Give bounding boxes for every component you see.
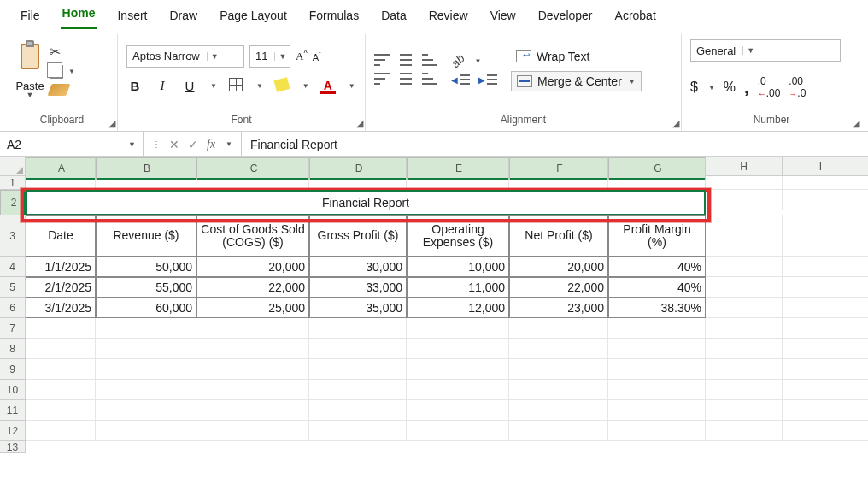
align-bottom-button[interactable] xyxy=(422,54,437,66)
cell[interactable] xyxy=(509,318,608,339)
fx-dropdown-icon[interactable]: ▼ xyxy=(226,140,232,148)
cut-icon[interactable]: ✂ xyxy=(50,44,61,60)
cell[interactable] xyxy=(783,318,859,339)
row-header[interactable]: 5 xyxy=(0,277,26,298)
accounting-dropdown-icon[interactable]: ▼ xyxy=(708,84,715,91)
cell[interactable] xyxy=(783,380,859,400)
font-name-select[interactable]: Aptos Narrow▼ xyxy=(126,45,244,68)
cell[interactable] xyxy=(407,421,509,441)
row-header[interactable]: 4 xyxy=(0,257,26,277)
tab-file[interactable]: File xyxy=(19,5,42,29)
wrap-text-button[interactable]: Wrap Text xyxy=(511,47,642,66)
row-header[interactable]: 13 xyxy=(0,441,26,453)
table-cell[interactable]: 12,000 xyxy=(407,298,509,318)
cell[interactable] xyxy=(706,400,783,421)
bold-button[interactable]: B xyxy=(126,79,144,93)
increase-indent-button[interactable]: ▶ xyxy=(478,74,497,85)
cell[interactable] xyxy=(309,421,407,441)
table-cell[interactable]: 20,000 xyxy=(509,257,608,277)
underline-dropdown-icon[interactable]: ▼ xyxy=(210,82,217,90)
cell[interactable] xyxy=(509,400,608,421)
table-cell[interactable]: 33,000 xyxy=(309,277,407,298)
row-header[interactable]: 7 xyxy=(0,318,26,339)
cell[interactable] xyxy=(96,421,196,441)
cell[interactable] xyxy=(783,359,859,380)
align-right-button[interactable] xyxy=(422,73,437,85)
tab-page-layout[interactable]: Page Layout xyxy=(218,5,289,29)
cell[interactable] xyxy=(859,421,868,441)
cell[interactable] xyxy=(859,257,868,277)
table-header-cell[interactable]: Date xyxy=(26,215,96,257)
cell[interactable] xyxy=(783,257,859,277)
column-header[interactable]: H xyxy=(706,157,783,176)
cell[interactable] xyxy=(859,176,868,190)
table-header-cell[interactable]: Profit Margin (%) xyxy=(608,215,706,257)
cell[interactable] xyxy=(96,380,196,400)
italic-button[interactable]: I xyxy=(154,79,171,93)
cell[interactable] xyxy=(608,380,706,400)
table-cell[interactable]: 11,000 xyxy=(407,277,509,298)
row-header[interactable]: 8 xyxy=(0,339,26,359)
column-header[interactable]: A xyxy=(26,157,96,180)
cell[interactable] xyxy=(196,380,309,400)
fill-color-dropdown-icon[interactable]: ▼ xyxy=(302,82,309,90)
cell[interactable] xyxy=(783,277,859,298)
table-header-cell[interactable]: Gross Profit ($) xyxy=(309,215,407,257)
tab-developer[interactable]: Developer xyxy=(537,5,595,29)
cell[interactable] xyxy=(309,359,407,380)
cell[interactable] xyxy=(859,400,868,421)
cell[interactable] xyxy=(196,359,309,380)
cell[interactable] xyxy=(407,339,509,359)
cell[interactable] xyxy=(196,400,309,421)
tab-insert[interactable]: Insert xyxy=(115,5,149,29)
select-all-corner[interactable] xyxy=(0,157,26,176)
number-dialog-launcher-icon[interactable]: ◢ xyxy=(853,118,859,129)
merged-title-cell[interactable]: Financial Report xyxy=(26,190,706,215)
table-cell[interactable]: 55,000 xyxy=(96,277,196,298)
clipboard-dialog-launcher-icon[interactable]: ◢ xyxy=(108,118,115,129)
cell[interactable] xyxy=(96,339,196,359)
cell[interactable] xyxy=(196,339,309,359)
tab-formulas[interactable]: Formulas xyxy=(308,5,361,29)
table-cell[interactable]: 2/1/2025 xyxy=(26,277,96,298)
cell[interactable] xyxy=(26,359,96,380)
table-header-cell[interactable]: Revenue ($) xyxy=(96,215,196,257)
cell[interactable] xyxy=(407,400,509,421)
cell[interactable] xyxy=(783,190,859,210)
name-box-dropdown-icon[interactable]: ▼ xyxy=(123,140,141,149)
accounting-format-button[interactable]: $ xyxy=(690,80,698,95)
cell[interactable] xyxy=(509,380,608,400)
cell[interactable] xyxy=(783,298,859,318)
align-center-button[interactable] xyxy=(398,73,413,85)
font-color-dropdown-icon[interactable]: ▼ xyxy=(349,82,355,90)
decrease-indent-button[interactable]: ◀ xyxy=(451,74,470,85)
cell[interactable] xyxy=(407,380,509,400)
cell[interactable] xyxy=(859,380,868,400)
cell[interactable] xyxy=(859,277,868,298)
decrease-font-button[interactable]: Aˇ xyxy=(313,50,321,62)
table-header-cell[interactable]: Operating Expenses ($) xyxy=(407,215,509,257)
row-header[interactable]: 1 xyxy=(0,176,26,190)
font-size-select[interactable]: 11▼ xyxy=(249,45,290,68)
increase-font-button[interactable]: A^ xyxy=(296,49,308,63)
column-header[interactable]: G xyxy=(608,157,706,180)
cell[interactable] xyxy=(706,318,783,339)
comma-format-button[interactable]: , xyxy=(744,83,749,91)
paste-dropdown-icon[interactable]: ▼ xyxy=(26,91,34,99)
table-cell[interactable]: 20,000 xyxy=(196,257,309,277)
percent-format-button[interactable]: % xyxy=(724,80,736,95)
font-color-button[interactable]: A xyxy=(320,78,337,94)
cell[interactable] xyxy=(608,400,706,421)
cell[interactable] xyxy=(309,400,407,421)
cell[interactable] xyxy=(783,400,859,421)
cell[interactable] xyxy=(706,298,783,318)
table-cell[interactable]: 35,000 xyxy=(309,298,407,318)
cell[interactable] xyxy=(859,318,868,339)
cell[interactable] xyxy=(509,421,608,441)
column-header[interactable]: C xyxy=(196,157,309,180)
row-header[interactable]: 10 xyxy=(0,380,26,400)
cell[interactable] xyxy=(309,339,407,359)
cell[interactable] xyxy=(96,359,196,380)
table-cell[interactable]: 40% xyxy=(608,277,706,298)
cell[interactable] xyxy=(706,257,783,277)
